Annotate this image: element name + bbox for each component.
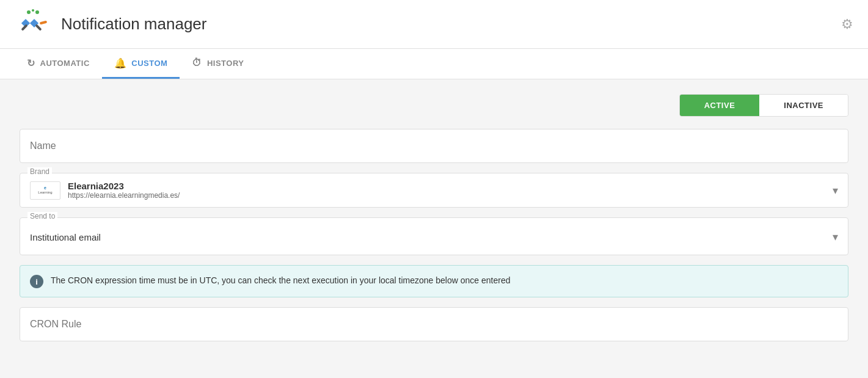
info-banner-text: The CRON expression time must be in UTC,… [51, 274, 510, 287]
send-to-section: Send to Institutional email ▾ [20, 218, 848, 255]
tab-history[interactable]: ⏱ HISTORY [180, 49, 256, 79]
active-toggle-button[interactable]: ACTIVE [680, 95, 760, 116]
tab-custom-label: CUSTOM [131, 59, 167, 68]
svg-rect-6 [35, 24, 42, 31]
brand-logo: e Learning [30, 181, 60, 200]
settings-icon[interactable]: ⚙ [841, 16, 853, 32]
send-to-select[interactable]: Institutional email ▾ [30, 230, 838, 244]
send-to-field-section: Send to Institutional email ▾ [20, 217, 848, 255]
status-toggle-group: ACTIVE INACTIVE [679, 94, 848, 117]
tab-automatic[interactable]: ↻ AUTOMATIC [15, 49, 102, 79]
brand-field-section: Brand e Learning Elearnia2023 https://el… [20, 173, 848, 208]
cron-rule-input[interactable] [30, 319, 838, 330]
inactive-toggle-button[interactable]: INACTIVE [759, 95, 848, 116]
send-to-chevron-icon: ▾ [833, 230, 838, 244]
brand-url: https://elearnia.elearningmedia.es/ [68, 191, 180, 200]
brand-chevron-icon: ▾ [833, 184, 838, 197]
name-input[interactable] [30, 140, 838, 151]
app-header: Notification manager ⚙ [0, 0, 868, 49]
app-logo [15, 6, 51, 43]
brand-select[interactable]: e Learning Elearnia2023 https://elearnia… [20, 173, 848, 207]
send-to-value: Institutional email [30, 232, 101, 242]
tab-custom[interactable]: 🔔 CUSTOM [102, 49, 180, 79]
tab-history-label: HISTORY [207, 59, 244, 68]
brand-details: Elearnia2023 https://elearnia.elearningm… [68, 181, 180, 200]
history-icon: ⏱ [192, 57, 202, 68]
header-left: Notification manager [15, 6, 206, 43]
main-content: ACTIVE INACTIVE Brand e Learning [0, 79, 868, 378]
custom-icon: 🔔 [114, 57, 127, 69]
svg-rect-7 [40, 20, 48, 24]
cron-rule-section [20, 307, 848, 341]
name-field [20, 129, 848, 162]
name-field-section [20, 129, 848, 163]
tab-automatic-label: AUTOMATIC [40, 59, 90, 68]
svg-point-2 [27, 10, 31, 14]
send-to-label: Send to [27, 212, 57, 220]
page-title: Notification manager [61, 15, 206, 34]
brand-info: e Learning Elearnia2023 https://elearnia… [30, 181, 180, 200]
toggle-bar: ACTIVE INACTIVE [20, 94, 848, 117]
nav-tabs: ↻ AUTOMATIC 🔔 CUSTOM ⏱ HISTORY [0, 49, 868, 79]
brand-name: Elearnia2023 [68, 181, 180, 191]
automatic-icon: ↻ [27, 57, 35, 69]
svg-point-3 [32, 9, 34, 12]
info-icon: i [30, 275, 43, 288]
info-banner: i The CRON expression time must be in UT… [20, 265, 848, 297]
svg-point-4 [35, 10, 39, 14]
